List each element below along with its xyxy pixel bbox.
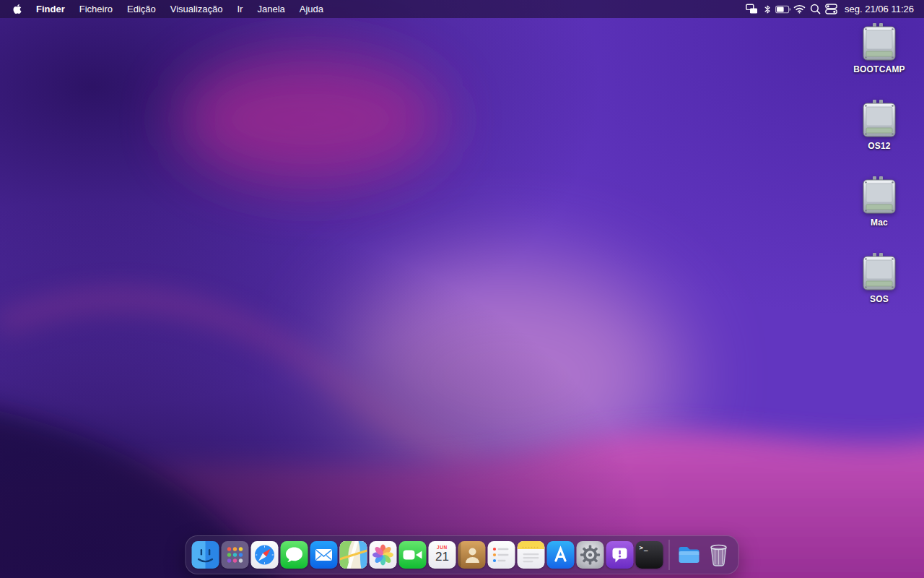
dock-item-notes[interactable] [518, 541, 545, 569]
spotlight-icon[interactable] [807, 0, 823, 18]
menu-edicao[interactable]: Edição [120, 0, 163, 18]
dock-item-photos[interactable] [370, 541, 397, 569]
dock-item-folder[interactable] [676, 541, 703, 569]
dock-separator [669, 540, 670, 570]
desktop-drive-sos[interactable]: SOS [858, 253, 900, 304]
menu-ficheiro[interactable]: Ficheiro [72, 0, 120, 18]
bluetooth-icon[interactable] [759, 0, 775, 18]
notes-icon [518, 541, 545, 569]
calendar-month: JUN [437, 545, 448, 550]
drive-label: BOOTCAMP [853, 64, 905, 74]
dock-item-calendar[interactable]: JUN 21 [429, 541, 456, 569]
menu-janela[interactable]: Janela [250, 0, 292, 18]
app-menu-title[interactable]: Finder [29, 0, 72, 18]
hard-drive-icon [858, 100, 900, 139]
calendar-day: 21 [435, 551, 449, 563]
dock-item-facetime[interactable] [399, 541, 427, 569]
wifi-icon[interactable] [791, 0, 807, 18]
dock-item-maps[interactable] [340, 541, 367, 569]
control-center-icon[interactable] [823, 0, 839, 18]
mail-icon [310, 541, 338, 569]
menu-ir[interactable]: Ir [230, 0, 250, 18]
dock-item-reminders[interactable] [488, 541, 515, 569]
screen-mirroring-icon[interactable] [744, 0, 759, 18]
facetime-icon [399, 541, 427, 569]
app-store-icon [547, 541, 575, 569]
menu-bar-status: seg. 21/06 11:26 [744, 0, 917, 18]
hard-drive-icon [858, 23, 900, 62]
drive-label: OS12 [868, 141, 891, 151]
menu-bar: Finder Ficheiro Edição Visualização Ir J… [0, 0, 924, 18]
dock-item-trash[interactable] [705, 541, 733, 569]
hard-drive-icon [858, 253, 900, 292]
dock-item-launchpad[interactable] [222, 541, 249, 569]
dock-item-contacts[interactable] [458, 541, 486, 569]
menu-bar-left: Finder Ficheiro Edição Visualização Ir J… [7, 0, 331, 18]
dock-item-app-store[interactable] [547, 541, 575, 569]
contacts-icon [458, 541, 486, 569]
maps-icon [340, 541, 367, 569]
messages-icon [281, 541, 308, 569]
safari-icon [251, 541, 279, 569]
reminders-icon [488, 541, 515, 569]
apple-menu[interactable] [7, 0, 29, 18]
dock-item-terminal[interactable]: >_ [636, 541, 663, 569]
hard-drive-icon [858, 176, 900, 215]
desktop-icons: BOOTCAMP OS12 Mac [844, 23, 915, 329]
photos-icon [370, 541, 397, 569]
menu-visualizacao[interactable]: Visualização [163, 0, 230, 18]
apple-icon [13, 4, 22, 14]
drive-label: Mac [871, 217, 888, 228]
dock-item-safari[interactable] [251, 541, 279, 569]
desktop-drive-bootcamp[interactable]: BOOTCAMP [853, 23, 905, 74]
battery-icon[interactable] [775, 0, 791, 18]
finder-icon [192, 541, 219, 569]
launchpad-icon [222, 541, 249, 569]
dock-item-feedback-assistant[interactable] [606, 541, 634, 569]
trash-icon [705, 541, 733, 569]
menu-ajuda[interactable]: Ajuda [292, 0, 331, 18]
gear-icon [577, 541, 604, 569]
desktop-drive-mac[interactable]: Mac [858, 176, 900, 228]
menu-clock[interactable]: seg. 21/06 11:26 [839, 0, 917, 18]
feedback-bubble-icon [606, 541, 634, 569]
dock-item-system-preferences[interactable] [577, 541, 604, 569]
drive-label: SOS [870, 294, 889, 304]
desktop-drive-os12[interactable]: OS12 [858, 100, 900, 151]
folder-icon [676, 541, 703, 569]
dock-item-messages[interactable] [281, 541, 308, 569]
terminal-prompt-glyph: >_ [640, 544, 649, 551]
desktop[interactable]: Finder Ficheiro Edição Visualização Ir J… [0, 0, 924, 578]
wallpaper [0, 0, 924, 578]
dock: JUN 21 [186, 535, 739, 574]
dock-item-mail[interactable] [310, 541, 338, 569]
dock-item-finder[interactable] [192, 541, 219, 569]
